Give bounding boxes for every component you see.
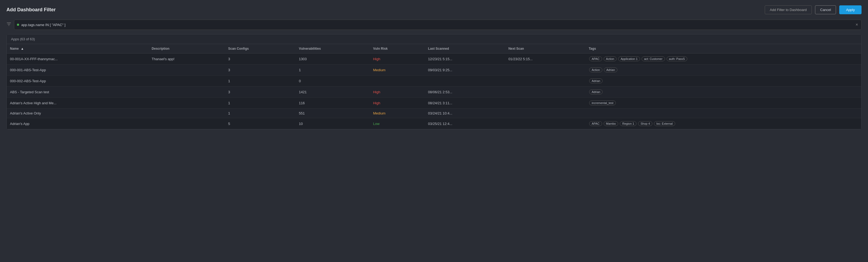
tag-chip: Action [604,57,617,61]
cell-next-scan [505,87,586,98]
cell-next-scan [505,65,586,75]
table-row: Adrian's App 5 10 Low 03/25/21 12:4... A… [7,118,861,129]
cell-scan-configs: 1 [225,98,296,108]
tag-chip: Region 1 [620,121,637,126]
cell-vuln-risk: Medium [370,65,425,75]
filter-clear-button[interactable]: × [855,22,859,28]
cell-description [149,98,225,108]
cell-tags: APACMamboRegion 1Shop 4loc: External [585,118,861,129]
tag-chip: Shop 4 [638,121,652,126]
cell-vuln-risk [370,75,425,87]
cell-next-scan [505,75,586,87]
filter-active-dot [17,24,19,26]
table-body: 00-001A-XX-FFF-thannymac... Thanael's ap… [7,54,861,129]
cell-vuln-risk: Low [370,118,425,129]
cell-tags: incremental_test [585,98,861,108]
filter-input[interactable]: app.tags.name IN [ "APAC" ] × [14,20,862,30]
cell-description [149,108,225,118]
cell-tags: Adrian [585,87,861,98]
filter-icon [6,22,11,28]
cell-next-scan [505,118,586,129]
col-header-vulnerabilities: Vulnerabilities [296,44,370,54]
apps-table: Name ▲ Description Scan Configs Vulnerab… [7,44,861,129]
cancel-button[interactable]: Cancel [815,5,836,14]
table-subtitle: Apps (63 of 63) [7,34,861,44]
table-row: 00-001A-XX-FFF-thannymac... Thanael's ap… [7,54,861,65]
tag-chip: Application 1 [618,57,640,61]
tag-chip: Adrian [589,78,602,83]
modal-header: Add Dashboard Filter Add Filter to Dashb… [6,5,862,14]
cell-vuln-risk: High [370,54,425,65]
cell-name: ABS - Targeted Scan test [7,87,149,98]
cell-tags: ActionAdrian [585,65,861,75]
table-row: 000-001-ABS-Test-App 3 1 Medium 09/03/21… [7,65,861,75]
cell-scan-configs: 3 [225,87,296,98]
col-header-name[interactable]: Name ▲ [7,44,149,54]
cell-vulnerabilities: 1303 [296,54,370,65]
cell-name: 000-001-ABS-Test-App [7,65,149,75]
cell-next-scan: 01/23/22 5:15... [505,54,586,65]
col-header-tags: Tags [585,44,861,54]
col-header-last-scanned: Last Scanned [425,44,505,54]
tag-chip: APAC [589,121,602,126]
cell-vuln-risk: High [370,87,425,98]
header-actions: Add Filter to Dashboard Cancel Apply [765,5,862,14]
modal-overlay: Add Dashboard Filter Add Filter to Dashb… [0,0,868,262]
cell-scan-configs: 1 [225,75,296,87]
cell-name: 000-002-ABS-Test-App [7,75,149,87]
cell-description [149,87,225,98]
tag-chip: Adrian [604,67,617,72]
cell-vuln-risk: High [370,98,425,108]
col-header-next-scan: Next Scan [505,44,586,54]
tag-chip: act: Customer [642,57,665,61]
cell-name: 00-001A-XX-FFF-thannymac... [7,54,149,65]
modal-title: Add Dashboard Filter [6,7,56,13]
tag-chip: Action [589,67,602,72]
cell-vulnerabilities: 10 [296,118,370,129]
cell-last-scanned: 09/03/21 9:25... [425,65,505,75]
cell-vulnerabilities: 1421 [296,87,370,98]
filter-row: app.tags.name IN [ "APAC" ] × [6,20,862,30]
cell-last-scanned: 03/24/21 10:4... [425,108,505,118]
cell-scan-configs: 3 [225,65,296,75]
col-header-vuln-risk: Vuln Risk [370,44,425,54]
table-row: Adrian's Active High and Me... 1 116 Hig… [7,98,861,108]
table-row: ABS - Targeted Scan test 3 1421 High 08/… [7,87,861,98]
cell-scan-configs: 3 [225,54,296,65]
add-filter-to-dashboard-button[interactable]: Add Filter to Dashboard [765,5,812,14]
tag-chip: auth: PassS [666,57,687,61]
cell-tags: Adrian [585,75,861,87]
sort-arrow-name: ▲ [21,47,24,51]
cell-last-scanned: 08/24/21 3:11... [425,98,505,108]
table-row: Adrian's Active Only 1 551 Medium 03/24/… [7,108,861,118]
cell-vulnerabilities: 116 [296,98,370,108]
cell-last-scanned: 03/25/21 12:4... [425,118,505,129]
table-head: Name ▲ Description Scan Configs Vulnerab… [7,44,861,54]
cell-vuln-risk: Medium [370,108,425,118]
cell-name: Adrian's Active Only [7,108,149,118]
tag-chip: Adrian [589,90,602,94]
tag-chip: Mambo [604,121,618,126]
cell-next-scan [505,108,586,118]
cell-description [149,75,225,87]
cell-last-scanned: 08/06/21 2:53... [425,87,505,98]
cell-description [149,65,225,75]
tag-chip: APAC [589,57,602,61]
cell-last-scanned: 12/23/21 5:15... [425,54,505,65]
cell-tags [585,108,861,118]
col-header-scan-configs: Scan Configs [225,44,296,54]
cell-name: Adrian's Active High and Me... [7,98,149,108]
cell-name: Adrian's App [7,118,149,129]
cell-vulnerabilities: 551 [296,108,370,118]
apply-button[interactable]: Apply [839,5,862,14]
table-wrapper: Name ▲ Description Scan Configs Vulnerab… [7,44,861,129]
filter-value-text: app.tags.name IN [ "APAC" ] [21,23,855,27]
table-header-row: Name ▲ Description Scan Configs Vulnerab… [7,44,861,54]
cell-last-scanned [425,75,505,87]
tag-chip: loc: External [654,121,675,126]
tag-chip: incremental_test [589,100,616,105]
table-row: 000-002-ABS-Test-App 1 0 Adrian [7,75,861,87]
apps-table-container: Apps (63 of 63) Name ▲ Description Scan … [6,34,862,130]
col-header-description: Description [149,44,225,54]
cell-next-scan [505,98,586,108]
